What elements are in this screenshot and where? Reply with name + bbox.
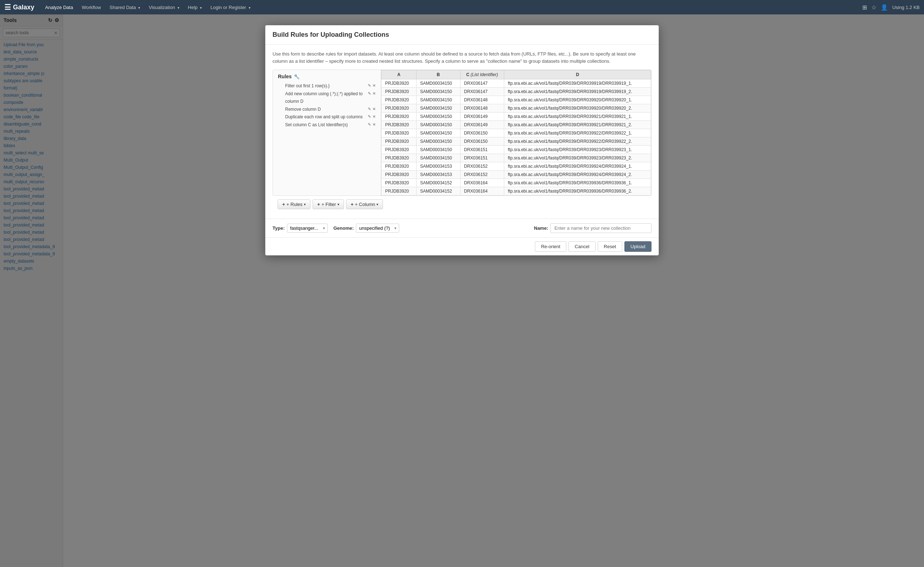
type-field: Type: fastqsanger... ▾ <box>272 224 328 232</box>
nav-workflow[interactable]: Workflow <box>78 3 104 12</box>
table-cell: DRX036152 <box>460 171 504 179</box>
table-cell: SAMD00034152 <box>416 179 461 187</box>
rule-text: Add new column using (.*);(.*) applied t… <box>285 90 367 106</box>
table-cell: DRX036152 <box>460 162 504 171</box>
table-cell: ftp.sra.ebi.ac.uk/vol1/fastq/DRR039/DRR0… <box>504 129 651 137</box>
filter-caret-icon: ▾ <box>338 202 339 206</box>
upload-button[interactable]: Upload <box>624 241 652 252</box>
rules-panel: Rules Filter out first 1 row(s).} Add ne… <box>273 70 381 195</box>
nav-analyze-data[interactable]: Analyze Data <box>42 3 77 12</box>
table-cell: ftp.sra.ebi.ac.uk/vol1/fastq/DRR039/DRR0… <box>504 88 651 96</box>
table-cell: SAMD00034150 <box>416 137 461 146</box>
table-cell: PRJDB3920 <box>382 121 416 129</box>
nav-help[interactable]: Help ▾ <box>185 3 205 12</box>
rule-item: Duplicate each row and split up columns <box>285 113 376 121</box>
column-button[interactable]: + Column ▾ <box>346 200 383 209</box>
rules-button[interactable]: + Rules ▾ <box>278 200 310 209</box>
modal-description: Use this form to describe rules for impo… <box>272 51 652 64</box>
name-field: Name: <box>534 223 652 233</box>
table-column-header: C (List Identifier) <box>460 70 504 80</box>
modal-actions: Re-orient Cancel Reset Upload <box>265 237 659 255</box>
nav-login[interactable]: Login or Register ▾ <box>207 3 254 12</box>
visualization-caret-icon: ▾ <box>177 6 179 10</box>
brand[interactable]: ☰ Galaxy <box>5 3 34 12</box>
modal-footer-row: Type: fastqsanger... ▾ Genome: unspecifi… <box>265 219 659 237</box>
cancel-button[interactable]: Cancel <box>568 241 595 252</box>
genome-select-wrapper: unspecified (?) ▾ <box>356 224 399 232</box>
table-cell: DRX036150 <box>460 137 504 146</box>
table-cell: ftp.sra.ebi.ac.uk/vol1/fastq/DRR039/DRR0… <box>504 121 651 129</box>
rules-caret-icon: ▾ <box>304 202 306 206</box>
table-row: PRJDB3920SAMD00034150DRX036151ftp.sra.eb… <box>382 154 651 162</box>
table-cell: PRJDB3920 <box>382 112 416 121</box>
table-cell: ftp.sra.ebi.ac.uk/vol1/fastq/DRR039/DRR0… <box>504 162 651 171</box>
rule-edit-icon[interactable] <box>368 82 371 90</box>
genome-label: Genome: <box>334 225 354 231</box>
table-cell: PRJDB3920 <box>382 171 416 179</box>
user-icon[interactable]: 👤 <box>881 4 888 11</box>
rule-delete-icon[interactable] <box>373 82 376 90</box>
modal-header: Build Rules for Uploading Collections <box>265 25 659 45</box>
nav-menu: Analyze Data Workflow Shared Data ▾ Visu… <box>42 3 862 12</box>
reset-button[interactable]: Reset <box>598 241 622 252</box>
table-cell: SAMD00034150 <box>416 80 461 88</box>
filter-button[interactable]: + Filter ▾ <box>313 200 344 209</box>
action-buttons-row: + Rules ▾ + Filter ▾ + Column ▾ <box>272 196 652 213</box>
table-cell: SAMD00034150 <box>416 154 461 162</box>
table-cell: PRJDB3920 <box>382 146 416 154</box>
login-caret-icon: ▾ <box>249 6 251 10</box>
table-cell: PRJDB3920 <box>382 80 416 88</box>
table-row: PRJDB3920SAMD00034150DRX036150ftp.sra.eb… <box>382 137 651 146</box>
rule-edit-icon[interactable] <box>368 113 371 120</box>
table-cell: DRX036164 <box>460 187 504 195</box>
column-button-label: + Column <box>355 202 375 207</box>
table-column-header: B <box>416 70 461 80</box>
rule-delete-icon[interactable] <box>373 106 376 113</box>
column-caret-icon: ▾ <box>376 202 378 206</box>
table-cell: ftp.sra.ebi.ac.uk/vol1/fastq/DRR039/DRR0… <box>504 171 651 179</box>
filter-button-label: + Filter <box>322 202 336 207</box>
rule-edit-icon[interactable] <box>368 106 371 113</box>
nav-visualization[interactable]: Visualization ▾ <box>145 3 183 12</box>
table-cell: DRX036151 <box>460 154 504 162</box>
rule-delete-icon[interactable] <box>373 121 376 128</box>
table-cell: SAMD00034153 <box>416 171 461 179</box>
rule-edit-icon[interactable] <box>368 121 371 128</box>
navbar: ☰ Galaxy Analyze Data Workflow Shared Da… <box>0 0 924 14</box>
type-select[interactable]: fastqsanger... <box>287 224 328 232</box>
collection-name-input[interactable] <box>550 223 652 233</box>
navbar-right: ⊞ ☆ 👤 Using 1.2 KB <box>862 4 919 11</box>
storage-usage: Using 1.2 KB <box>892 5 919 10</box>
table-cell: PRJDB3920 <box>382 154 416 162</box>
grid-icon[interactable]: ⊞ <box>862 4 867 11</box>
rules-data-container: Rules Filter out first 1 row(s).} Add ne… <box>272 70 652 196</box>
table-row: PRJDB3920SAMD00034152DRX036164ftp.sra.eb… <box>382 179 651 187</box>
data-table-wrapper: ABC (List Identifier)DPRJDB3920SAMD00034… <box>381 70 651 195</box>
brand-name: Galaxy <box>13 4 34 11</box>
table-cell: PRJDB3920 <box>382 187 416 195</box>
help-caret-icon: ▾ <box>200 6 202 10</box>
build-rules-modal: Build Rules for Uploading Collections Us… <box>265 25 659 255</box>
table-column-header: A <box>382 70 416 80</box>
modal-title: Build Rules for Uploading Collections <box>272 31 652 39</box>
rule-item: Set column C as List Identifier(s) <box>285 121 376 129</box>
rules-button-label: + Rules <box>287 202 302 207</box>
table-row: PRJDB3920SAMD00034150DRX036148ftp.sra.eb… <box>382 96 651 104</box>
table-row: PRJDB3920SAMD00034152DRX036164ftp.sra.eb… <box>382 187 651 195</box>
nav-shared-data[interactable]: Shared Data ▾ <box>106 3 144 12</box>
rule-edit-icon[interactable] <box>368 90 371 98</box>
table-cell: ftp.sra.ebi.ac.uk/vol1/fastq/DRR039/DRR0… <box>504 112 651 121</box>
table-cell: DRX036147 <box>460 80 504 88</box>
table-cell: DRX036147 <box>460 88 504 96</box>
table-row: PRJDB3920SAMD00034153DRX036152ftp.sra.eb… <box>382 162 651 171</box>
table-cell: DRX036148 <box>460 104 504 112</box>
shared-data-caret-icon: ▾ <box>138 6 140 10</box>
table-cell: SAMD00034150 <box>416 121 461 129</box>
table-cell: DRX036151 <box>460 146 504 154</box>
genome-select[interactable]: unspecified (?) <box>356 224 399 232</box>
table-row: PRJDB3920SAMD00034150DRX036151ftp.sra.eb… <box>382 146 651 154</box>
reorient-button[interactable]: Re-orient <box>535 241 566 252</box>
rule-delete-icon[interactable] <box>373 90 376 98</box>
rule-delete-icon[interactable] <box>373 113 376 120</box>
star-icon[interactable]: ☆ <box>871 4 876 11</box>
